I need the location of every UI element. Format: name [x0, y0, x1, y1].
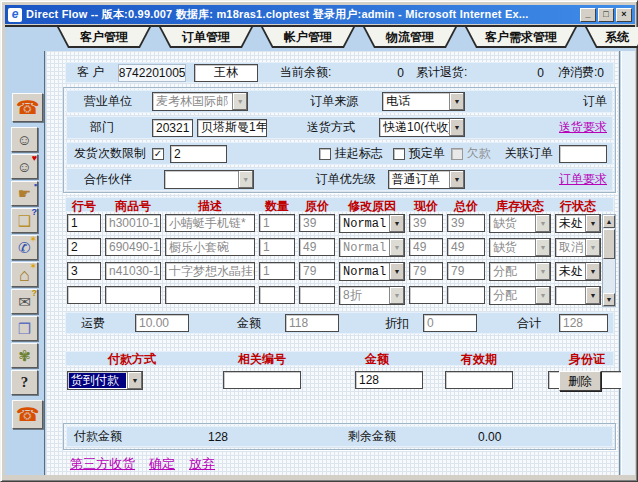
order-source-select[interactable]: 电话▼	[382, 92, 465, 111]
payment-ref-header: 相关编号	[197, 351, 327, 368]
delivery-hand-icon[interactable]: ☛▪	[11, 181, 38, 206]
ship-limit-checkbox[interactable]: ✓	[152, 148, 164, 160]
close-button[interactable]: ×	[616, 8, 632, 22]
home-visit-icon[interactable]: ⌂✶	[11, 262, 38, 287]
line-status-select[interactable]: 未处▼	[555, 214, 601, 233]
hold-flag-checkbox[interactable]	[319, 148, 331, 160]
sku-field: h30010-1	[105, 214, 161, 232]
product-table-header: 行号 商品号 描述 数量 原价 修改原因 现价 总价 库存状态 行状态	[65, 197, 614, 212]
customer-name-field[interactable]: 王林	[194, 64, 258, 82]
line-status-select: 取消▼	[555, 238, 601, 257]
tab-customer-mgmt[interactable]: 客户管理	[57, 27, 151, 48]
partner-label: 合作伙伴	[84, 171, 132, 188]
gift-inquiry-icon[interactable]: ❑?	[11, 208, 38, 233]
department-code-field[interactable]: 20321	[152, 119, 193, 137]
line-status-select[interactable]: 未处▼	[555, 262, 601, 281]
returns-label: 累计退货:	[416, 64, 467, 81]
net-value: 0	[597, 66, 604, 80]
question-icon: ?	[32, 208, 38, 217]
chevron-down-icon: ▼	[449, 171, 464, 188]
payment-header-band: 付款方式 相关编号 金额 有效期 身份证	[65, 351, 614, 366]
left-toolbar: ☎ ☺ ☺♥ ☛▪ ❑? ✆✶ ⌂✶ ✉? ❒ ✾ ? ☎	[5, 51, 45, 475]
qty-field[interactable]	[259, 286, 295, 304]
shipping-method-label: 送货方式	[307, 119, 355, 136]
price-field: 39	[409, 214, 443, 232]
chevron-down-icon: ▼	[389, 263, 404, 280]
customer-id-field[interactable]: 8742201005	[118, 64, 186, 82]
stock-cards-icon[interactable]: ❒	[11, 316, 38, 341]
discount-label: 折扣	[385, 315, 409, 332]
chevron-down-icon: ▼	[389, 215, 404, 232]
chevron-down-icon: ▼	[238, 171, 253, 188]
tab-label: 物流管理	[386, 29, 434, 46]
ship-limit-field[interactable]: 2	[170, 145, 227, 163]
delete-button[interactable]: 删除	[559, 371, 601, 391]
scroll-up-icon[interactable]: ▲	[603, 215, 615, 228]
priority-select[interactable]: 普通订单▼	[388, 170, 465, 189]
col-header-line: 行号	[67, 198, 101, 215]
scrollbar-thumb[interactable]	[603, 229, 615, 259]
tab-account-mgmt[interactable]: 帐户管理	[261, 27, 355, 48]
tab-label: 系统	[605, 29, 629, 46]
order-requirements-link[interactable]: 订单要求	[559, 171, 607, 188]
tab-label: 客户管理	[80, 29, 128, 46]
shipping-method-select[interactable]: 快递10(代收)▼	[379, 118, 465, 137]
shipping-requirements-link[interactable]: 送货要求	[559, 119, 607, 136]
orig-price-field[interactable]	[299, 286, 335, 304]
price-field[interactable]	[409, 286, 443, 304]
debt-label: 欠款	[467, 145, 491, 162]
plant-icon[interactable]: ✾	[11, 343, 38, 368]
tab-system[interactable]: 系统	[585, 27, 638, 48]
confirm-link[interactable]: 确定	[149, 455, 175, 473]
tab-order-mgmt[interactable]: 订单管理	[159, 27, 253, 48]
paid-amount-label: 付款金额	[74, 428, 122, 445]
help-icon[interactable]: ?	[11, 370, 38, 395]
line-no-field[interactable]	[67, 286, 101, 304]
main-area: ☎ ☺ ☺♥ ☛▪ ❑? ✆✶ ⌂✶ ✉? ❒ ✾ ? ☎ 客 户 874220…	[5, 51, 635, 475]
abandon-link[interactable]: 放弃	[189, 455, 215, 473]
desc-field[interactable]	[165, 286, 255, 304]
title-bar: e Direct Flow -- 版本:0.99.007 数据库: m18ras…	[5, 5, 635, 24]
phone-call-star-icon[interactable]: ✆✶	[11, 235, 38, 260]
modify-reason-select[interactable]: Normal▼	[339, 214, 405, 233]
paid-amount-value: 128	[208, 430, 228, 444]
related-order-field[interactable]	[559, 145, 607, 163]
total-field: 39	[447, 214, 485, 232]
call-center-phone-icon[interactable]: ☎	[12, 93, 43, 122]
minimize-button[interactable]: _	[580, 8, 596, 22]
sum-field: 128	[559, 314, 608, 332]
balance-value: 0	[397, 66, 404, 80]
chevron-down-icon: ▼	[449, 119, 464, 136]
sku-field[interactable]	[105, 286, 161, 304]
phone-bottom-icon[interactable]: ☎	[12, 400, 43, 429]
order-text: 订单	[583, 93, 607, 110]
operator-face-icon[interactable]: ☺	[11, 127, 38, 152]
payment-expiry-header: 有效期	[427, 351, 531, 368]
payment-ref-field[interactable]	[223, 371, 301, 389]
chevron-down-icon: ▼	[535, 263, 550, 280]
department-desc-field[interactable]: 贝塔斯曼1年内已	[197, 119, 267, 137]
col-header-price: 现价	[409, 198, 443, 215]
line-no-field: 3	[67, 262, 101, 280]
member-heart-icon[interactable]: ☺♥	[11, 154, 38, 179]
ship-limit-label: 发货次数限制	[74, 145, 146, 162]
payment-expiry-field[interactable]	[445, 371, 513, 389]
modify-reason-select[interactable]: Normal▼	[339, 262, 405, 281]
payment-amount-header: 金额	[327, 351, 427, 368]
preorder-checkbox[interactable]	[393, 148, 405, 160]
page-scrollbar-track[interactable]	[621, 51, 635, 475]
payment-amount-field[interactable]: 128	[355, 371, 423, 389]
preorder-label: 预定单	[409, 145, 445, 162]
maximize-button[interactable]: □	[598, 8, 614, 22]
payment-method-select[interactable]: 货到付款▼	[67, 371, 143, 390]
total-field[interactable]	[447, 286, 485, 304]
scroll-down-icon[interactable]: ▼	[603, 293, 615, 306]
mail-inquiry-icon[interactable]: ✉?	[11, 289, 38, 314]
tab-logistics-mgmt[interactable]: 物流管理	[363, 27, 457, 48]
table-scrollbar[interactable]: ▲ ▼	[602, 214, 616, 307]
line-status-select[interactable]: ▼	[555, 286, 601, 305]
app-window: e Direct Flow -- 版本:0.99.007 数据库: m18ras…	[0, 0, 638, 482]
tab-customer-demand-mgmt[interactable]: 客户需求管理	[465, 27, 577, 48]
third-party-receive-link[interactable]: 第三方收货	[70, 455, 135, 473]
star-icon: ✶	[29, 235, 37, 244]
